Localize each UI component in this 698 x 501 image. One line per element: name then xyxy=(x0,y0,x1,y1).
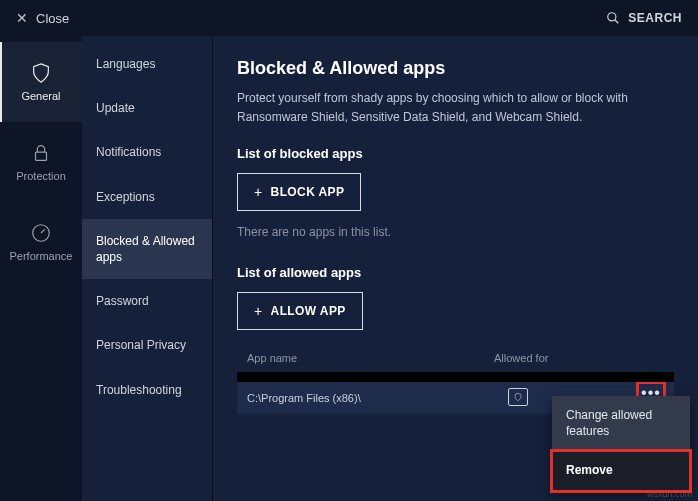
search-button[interactable]: SEARCH xyxy=(606,11,682,25)
svg-rect-2 xyxy=(36,152,47,160)
webcam-shield-icon xyxy=(508,388,528,406)
page-description: Protect yourself from shady apps by choo… xyxy=(237,89,674,126)
menu-remove[interactable]: Remove xyxy=(552,451,690,491)
svg-point-0 xyxy=(608,13,616,21)
subnav-notifications[interactable]: Notifications xyxy=(82,130,212,174)
sub-nav: Languages Update Notifications Exception… xyxy=(82,36,212,501)
left-nav: General Protection Performance xyxy=(0,36,82,501)
table-header: App name Allowed for xyxy=(237,344,674,372)
search-label: SEARCH xyxy=(628,11,682,25)
close-button[interactable]: ✕ Close xyxy=(16,10,69,26)
context-menu: Change allowed features Remove xyxy=(552,396,690,491)
subnav-blocked-allowed[interactable]: Blocked & Allowed apps xyxy=(82,219,212,279)
allow-app-label: ALLOW APP xyxy=(271,304,346,318)
subnav-languages[interactable]: Languages xyxy=(82,42,212,86)
nav-protection-label: Protection xyxy=(16,170,66,182)
nav-protection[interactable]: Protection xyxy=(0,122,82,202)
blocked-empty-note: There are no apps in this list. xyxy=(237,225,674,239)
block-app-label: BLOCK APP xyxy=(271,185,345,199)
redacted-strip xyxy=(237,372,674,382)
plus-icon: + xyxy=(254,303,263,319)
col-allowed-for: Allowed for xyxy=(494,352,664,364)
col-app-name: App name xyxy=(247,352,494,364)
close-label: Close xyxy=(36,11,69,26)
svg-line-1 xyxy=(615,20,619,24)
nav-general-label: General xyxy=(21,90,60,102)
close-icon: ✕ xyxy=(16,10,28,26)
gauge-icon xyxy=(30,222,52,244)
subnav-exceptions[interactable]: Exceptions xyxy=(82,175,212,219)
page-title: Blocked & Allowed apps xyxy=(237,58,674,79)
subnav-troubleshooting[interactable]: Troubleshooting xyxy=(82,368,212,412)
row-app-path: C:\Program Files (x86)\ xyxy=(247,382,508,404)
allow-app-button[interactable]: + ALLOW APP xyxy=(237,292,363,330)
subnav-personal-privacy[interactable]: Personal Privacy xyxy=(82,323,212,367)
blocked-apps-heading: List of blocked apps xyxy=(237,146,674,161)
nav-performance[interactable]: Performance xyxy=(0,202,82,282)
nav-performance-label: Performance xyxy=(10,250,73,262)
allowed-apps-heading: List of allowed apps xyxy=(237,265,674,280)
subnav-update[interactable]: Update xyxy=(82,86,212,130)
block-app-button[interactable]: + BLOCK APP xyxy=(237,173,361,211)
shield-icon xyxy=(30,62,52,84)
plus-icon: + xyxy=(254,184,263,200)
subnav-password[interactable]: Password xyxy=(82,279,212,323)
lock-icon xyxy=(30,142,52,164)
search-icon xyxy=(606,11,620,25)
nav-general[interactable]: General xyxy=(0,42,82,122)
menu-change-features[interactable]: Change allowed features xyxy=(552,396,690,451)
